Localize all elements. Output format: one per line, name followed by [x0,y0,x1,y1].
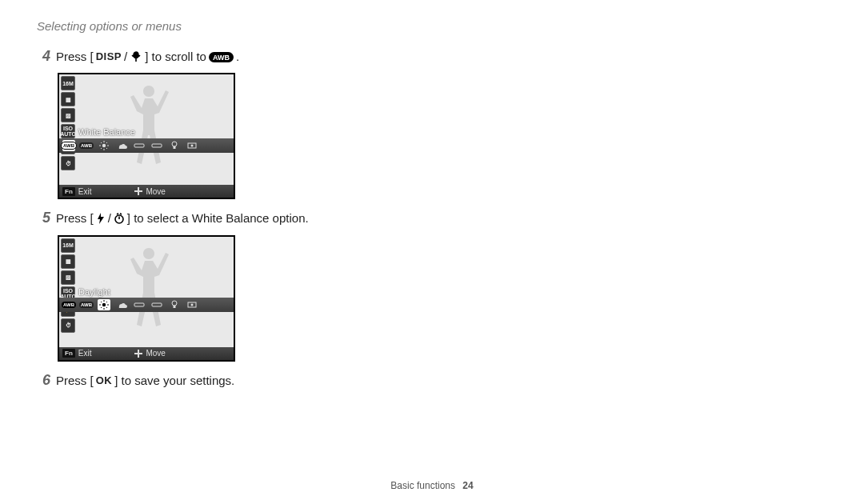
wb-option-daylight[interactable] [98,299,110,310]
camera-screen-2: 16M ▦ ▨ ISOAUTO ⚡ ⏱ Daylight AWB AWB Fn … [58,235,235,362]
step-number: 5 [37,210,56,226]
dpad-icon [134,350,142,358]
text: Press [ [56,373,94,389]
side-icon-timer: ⏱ [61,156,75,170]
svg-line-7 [106,142,107,143]
side-icon-size: 16M [61,238,75,253]
wb-option-strip: AWB AWB [59,138,234,153]
wb-option-custom[interactable] [186,299,198,310]
awb-icon: AWB [209,52,234,62]
svg-line-27 [101,307,102,308]
wb-option-fluorescent-l[interactable] [150,299,163,310]
person-silhouette [121,243,177,347]
svg-rect-12 [174,146,176,149]
footer-section: Basic functions [390,480,455,491]
step-5-text: Press [ / ] to select a White Balance op… [56,210,309,226]
svg-rect-31 [174,306,176,308]
side-icon-timer: ⏱ [61,318,75,333]
lcd-side-icons: 16M ▦ ▨ ISOAUTO ⚡ ⏱ [59,237,77,347]
text: Press [ [56,49,94,65]
wb-option-daylight[interactable] [98,140,110,151]
wb-option-awb2[interactable]: AWB [80,140,93,151]
svg-line-26 [106,302,107,302]
wb-option-fluorescent-l[interactable] [150,140,163,151]
wb-option-strip: AWB AWB [59,298,234,312]
wb-option-cloudy[interactable] [115,299,128,310]
text: ] to select a White Balance option. [127,210,309,226]
svg-point-11 [172,142,177,146]
lcd-bottom-bar: Fn Exit Move [59,185,234,198]
svg-point-0 [102,144,106,147]
disp-button-label: DISP [96,50,122,64]
lcd-mode-label: Daylight [78,287,110,297]
svg-point-33 [191,303,194,306]
flash-icon [96,213,106,224]
side-icon-quality: ▦ [61,254,75,269]
fn-label: Fn [62,187,75,196]
wb-option-awb2[interactable]: AWB [80,299,93,310]
svg-line-8 [101,148,102,149]
wb-option-custom[interactable] [186,140,198,151]
svg-point-14 [191,145,194,147]
step-6-text: Press [ OK ] to save your settings. [56,373,234,389]
svg-rect-10 [152,144,162,147]
svg-rect-9 [134,144,144,147]
side-icon-ev: ▨ [61,108,75,122]
svg-line-25 [106,307,107,308]
svg-line-24 [101,302,102,302]
lcd-mode-label: White Balance [78,127,135,137]
text: ] to scroll to [145,49,206,65]
wb-option-fluorescent-h[interactable] [133,299,146,310]
step-6: 6 Press [ OK ] to save your settings. [37,373,827,389]
svg-line-5 [101,142,102,143]
wb-option-fluorescent-h[interactable] [133,140,146,151]
text: . [236,49,239,65]
side-icon-size: 16M [61,76,75,90]
wb-option-awb[interactable]: AWB [62,299,75,310]
side-icon-quality: ▦ [61,92,75,106]
lcd-side-icons: 16M ▦ ▨ ISOAUTO ⚡ ⏱ [59,74,77,185]
svg-line-6 [106,148,107,149]
side-icon-ev: ▨ [61,270,75,285]
svg-rect-28 [134,303,144,306]
footer-page-number: 24 [462,480,473,491]
page-footer: Basic functions 24 [0,480,864,491]
fn-label: Fn [62,349,75,358]
step-4: 4 Press [ DISP / ] to scroll to AWB . [37,49,827,65]
move-label: Move [146,349,165,358]
wb-option-cloudy[interactable] [115,140,128,151]
camera-screen-1: 16M ▦ ▨ ISOAUTO ⚡ ⏱ White Balance AWB AW… [58,73,235,199]
slash: / [124,49,127,65]
step-4-text: Press [ DISP / ] to scroll to AWB . [56,49,239,65]
dpad-icon [134,187,142,195]
step-number: 6 [37,373,56,389]
macro-icon [130,51,142,62]
wb-option-tungsten[interactable] [168,140,181,151]
slash: / [108,210,111,226]
text: ] to save your settings. [114,373,234,389]
wb-option-awb[interactable]: AWB [62,140,75,151]
svg-point-30 [172,301,177,306]
svg-rect-29 [152,303,162,306]
side-icon-iso: ISOAUTO [61,124,75,138]
move-label: Move [146,187,165,196]
step-5: 5 Press [ / ] to select a White Balance … [37,210,827,226]
step-number: 4 [37,49,56,65]
section-title: Selecting options or menus [37,19,827,33]
svg-line-18 [120,214,122,214]
exit-label: Exit [78,187,92,196]
text: Press [ [56,210,94,226]
ok-button-label: OK [96,374,113,388]
exit-label: Exit [78,349,92,358]
svg-point-19 [102,302,106,306]
timer-icon [114,213,125,224]
lcd-bottom-bar: Fn Exit Move [59,347,234,360]
svg-line-17 [117,214,118,214]
wb-option-tungsten[interactable] [168,299,181,310]
